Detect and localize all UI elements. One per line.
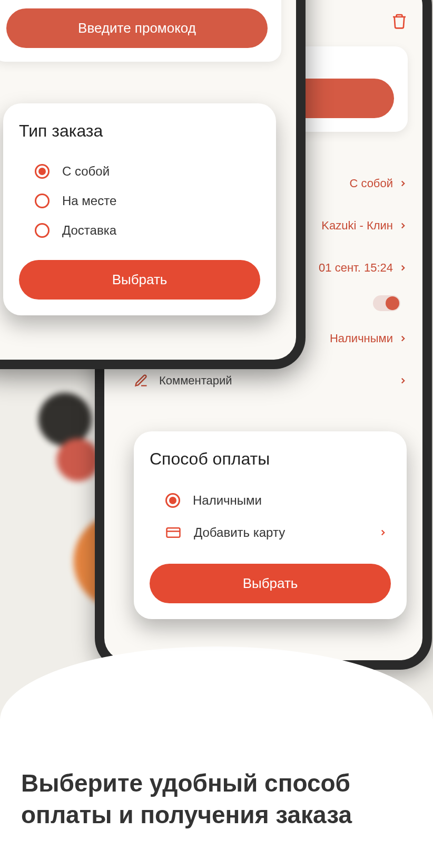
payment-option-add-card[interactable]: Добавить карту: [150, 516, 391, 549]
card-icon: [165, 525, 181, 541]
order-type-select-button[interactable]: Выбрать: [19, 260, 260, 300]
svg-rect-1: [167, 528, 180, 537]
radio-unchecked-icon: [35, 194, 50, 208]
radio-checked-icon: [35, 164, 50, 179]
payment-value: Наличными: [330, 332, 393, 345]
chevron-right-icon: [398, 221, 408, 230]
caption-background: [0, 647, 433, 868]
radio-checked-icon: [165, 493, 180, 508]
payment-method-title: Способ оплаты: [150, 449, 391, 469]
chevron-right-icon: [398, 179, 408, 188]
promo-card-front: Получайте скидки и товары в подарок Введ…: [0, 0, 281, 62]
trash-icon[interactable]: [391, 12, 408, 31]
order-type-modal: Тип заказа С собой На месте Доставка Выб…: [3, 103, 276, 315]
order-type-title: Тип заказа: [19, 121, 260, 141]
marketing-caption: Выберите удобный способ оплаты и получен…: [21, 768, 412, 831]
chevron-right-icon: [398, 376, 408, 385]
chevron-right-icon: [378, 528, 388, 537]
order-type-option-dinein[interactable]: На месте: [19, 186, 260, 216]
comment-label: Комментарий: [159, 374, 232, 388]
chevron-right-icon: [398, 334, 408, 343]
toggle-switch[interactable]: [373, 295, 400, 311]
radio-unchecked-icon: [35, 223, 50, 238]
order-type-option-takeaway[interactable]: С собой: [19, 157, 260, 186]
payment-method-modal: Способ оплаты Наличными Добавить карту В…: [134, 431, 407, 619]
chevron-right-icon: [398, 263, 408, 273]
order-type-option-delivery[interactable]: Доставка: [19, 216, 260, 245]
edit-icon: [134, 373, 149, 388]
payment-option-cash[interactable]: Наличными: [150, 485, 391, 516]
promo-button-front[interactable]: Введите промокод: [6, 8, 268, 48]
payment-select-button[interactable]: Выбрать: [150, 564, 391, 603]
